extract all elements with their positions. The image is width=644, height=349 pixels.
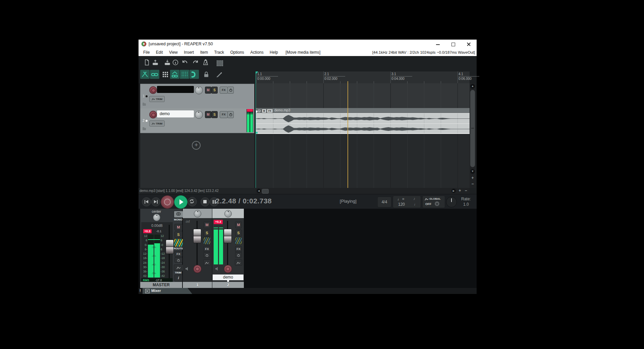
go-to-end-button[interactable]: [151, 197, 160, 206]
scroll-left-icon[interactable]: ◀: [257, 189, 261, 193]
channel-phase-dot[interactable]: [227, 280, 229, 282]
channel-fader-handle[interactable]: [224, 229, 232, 243]
master-route-button[interactable]: [174, 239, 183, 247]
channel-fx-enable-icon[interactable]: [235, 252, 242, 258]
channel-route-button[interactable]: [203, 237, 211, 245]
channel-fader-track[interactable]: [227, 221, 228, 268]
fx-button[interactable]: FX: [220, 87, 228, 94]
note-icon[interactable]: ♩: [414, 202, 418, 206]
channel-solo-button[interactable]: S: [204, 230, 210, 236]
envelope-trim-button[interactable]: TRIM: [149, 120, 165, 127]
item-mute-icon[interactable]: M: [262, 109, 267, 113]
playrate-knob[interactable]: [446, 197, 457, 207]
track-name-field[interactable]: demo: [157, 110, 194, 117]
channel-route-button[interactable]: [235, 237, 242, 245]
record-arm-button[interactable]: [149, 111, 157, 118]
solo-button[interactable]: S: [211, 87, 218, 94]
menu-edit[interactable]: Edit: [156, 49, 163, 56]
grid-lines-icon[interactable]: [180, 70, 189, 79]
channel-name-field[interactable]: demo: [213, 275, 244, 280]
volume-knob[interactable]: [195, 111, 203, 119]
master-peak-left[interactable]: +0.3: [143, 229, 152, 233]
channel-mute-button[interactable]: M: [235, 221, 242, 228]
master-pan-knob[interactable]: [153, 214, 160, 221]
global-automation-box[interactable]: GLOBAL OFF: [422, 196, 445, 208]
menu-track[interactable]: Track: [214, 49, 224, 56]
track-record-arm-indicator[interactable]: [146, 120, 148, 122]
add-track-button[interactable]: +: [192, 141, 201, 150]
channel-pan-knob[interactable]: [194, 210, 201, 217]
channel-peak-readout[interactable]: +0.3: [214, 220, 223, 224]
channel-mute-button[interactable]: M: [204, 221, 210, 228]
zoom-out-icon[interactable]: −: [470, 182, 475, 187]
open-project-icon[interactable]: [152, 59, 159, 66]
fx-button[interactable]: FX: [220, 111, 228, 118]
save-project-icon[interactable]: [164, 59, 171, 66]
master-fx-enable-icon[interactable]: [174, 257, 182, 263]
channel-gain-readout[interactable]: -inf: [185, 220, 190, 223]
undo-icon[interactable]: [181, 59, 189, 66]
snap-toggle-icon[interactable]: [190, 70, 199, 79]
track-panel-1[interactable]: 1 M S FX TRIM: [140, 84, 254, 109]
new-project-icon[interactable]: [144, 59, 151, 66]
media-item-waveform[interactable]: [256, 113, 470, 134]
timeline-ruler[interactable]: 1.10:00.000 2.10:02.000 3.10:04.000 4.10…: [256, 71, 470, 84]
master-solo-button[interactable]: S: [174, 231, 182, 238]
master-mute-button[interactable]: M: [174, 224, 182, 231]
master-fader-handle[interactable]: [166, 240, 174, 254]
media-item-header[interactable]: M FX demo.mp3: [256, 108, 470, 113]
channel-phase-dot[interactable]: [197, 280, 198, 282]
channel-number-label[interactable]: 2: [212, 282, 244, 288]
hzoom-in-icon[interactable]: +: [458, 189, 462, 193]
redo-icon[interactable]: [192, 59, 200, 66]
scroll-right-icon[interactable]: ▶: [451, 189, 456, 193]
channel-number-label[interactable]: 1: [183, 282, 212, 288]
menu-help[interactable]: Help: [270, 49, 278, 56]
vertical-scroll-thumb[interactable]: [470, 90, 475, 167]
lock-icon[interactable]: [202, 70, 211, 79]
envelope-trim-button[interactable]: TRIM: [149, 96, 165, 102]
mixer-master-strip[interactable]: center MONO M S ROUTE FX TRIM i 0.00dB +…: [140, 209, 182, 288]
volume-knob[interactable]: [195, 86, 203, 94]
menu-item[interactable]: Item: [200, 49, 208, 56]
solo-button[interactable]: S: [211, 111, 218, 118]
record-arm-button[interactable]: [149, 86, 157, 94]
close-icon[interactable]: [464, 42, 473, 47]
minimize-icon[interactable]: [434, 42, 442, 47]
selection-rect-icon[interactable]: [217, 60, 223, 66]
horizontal-scrollbar[interactable]: ◀ ▶ + −: [256, 188, 470, 194]
fx-enable-icon[interactable]: [227, 87, 234, 94]
scroll-down-icon[interactable]: ▼: [470, 169, 475, 174]
track-panel-2[interactable]: 2 demo M S FX TRIM: [140, 108, 254, 133]
envelope-link-icon[interactable]: [170, 70, 179, 79]
mixer-channel-2[interactable]: +0.3 M S FX demo 2: [212, 209, 244, 288]
channel-fader-handle[interactable]: [193, 229, 201, 243]
note-pattern-icon[interactable]: ♪: [413, 196, 415, 201]
tempo-box[interactable]: ♩ = 120 ♪ ♩: [393, 196, 421, 208]
menu-actions[interactable]: Actions: [250, 49, 263, 56]
track-name-field[interactable]: [157, 86, 194, 93]
close-tab-icon[interactable]: [145, 289, 150, 293]
channel-fx-button[interactable]: FX: [204, 246, 210, 252]
rate-value[interactable]: 1.0: [463, 202, 469, 207]
metronome-icon[interactable]: [202, 59, 210, 66]
menu-file[interactable]: File: [143, 49, 150, 56]
play-button[interactable]: [174, 195, 187, 209]
repeat-button[interactable]: [187, 197, 197, 206]
speaker-icon[interactable]: [215, 266, 219, 272]
bpm-value[interactable]: 120: [398, 202, 405, 207]
channel-record-arm-button[interactable]: [224, 265, 232, 273]
pencil-slash-icon[interactable]: [214, 70, 224, 79]
stop-button[interactable]: [201, 197, 210, 206]
menu-view[interactable]: View: [169, 49, 178, 56]
mute-button[interactable]: M: [205, 111, 211, 118]
clip-indicator[interactable]: [247, 109, 253, 112]
channel-pan-knob[interactable]: [224, 210, 232, 217]
fx-enable-icon[interactable]: [227, 111, 234, 118]
master-fx-button[interactable]: FX: [174, 251, 182, 257]
track-lane-1[interactable]: [256, 83, 470, 108]
master-envelope-button[interactable]: [174, 264, 183, 271]
item-grouping-icon[interactable]: [150, 70, 159, 79]
global-dropdown-icon[interactable]: [435, 201, 439, 206]
master-volume-readout[interactable]: 0.00dB: [141, 223, 173, 228]
